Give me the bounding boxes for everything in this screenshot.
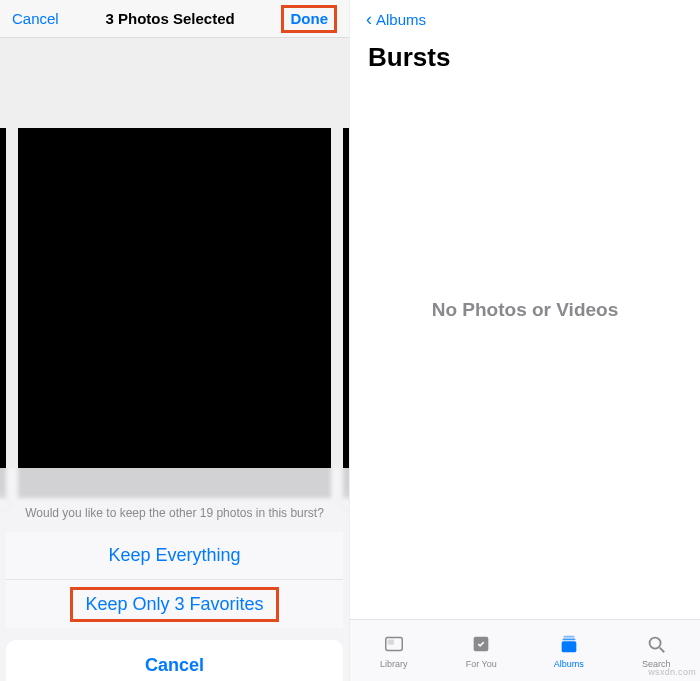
done-button[interactable]: Done — [290, 10, 328, 27]
tab-albums[interactable]: Albums — [525, 620, 613, 681]
svg-line-7 — [660, 647, 665, 652]
tab-for-you-label: For You — [466, 659, 497, 669]
tab-library-label: Library — [380, 659, 408, 669]
done-button-highlight: Done — [281, 5, 337, 33]
burst-photo-next[interactable] — [343, 128, 349, 498]
keep-favorites-label: Keep Only 3 Favorites — [85, 594, 263, 614]
svg-rect-5 — [561, 641, 576, 652]
tab-library[interactable]: Library — [350, 620, 438, 681]
svg-rect-4 — [562, 638, 575, 640]
keep-everything-label: Keep Everything — [108, 545, 240, 566]
cancel-button[interactable]: Cancel — [12, 10, 59, 27]
keep-favorites-highlight: Keep Only 3 Favorites — [70, 587, 278, 622]
photo-viewer: Would you like to keep the other 19 phot… — [0, 38, 349, 681]
search-icon — [644, 633, 668, 657]
svg-rect-1 — [388, 640, 393, 644]
burst-photo-current[interactable] — [18, 128, 331, 498]
empty-state-label: No Photos or Videos — [432, 299, 619, 321]
burst-selection-screen: Cancel 3 Photos Selected Done Would you … — [0, 0, 350, 681]
keep-everything-button[interactable]: Keep Everything — [6, 532, 343, 580]
empty-state: No Photos or Videos — [350, 0, 700, 619]
burst-photo-strip[interactable] — [0, 128, 349, 498]
action-sheet-prompt: Would you like to keep the other 19 phot… — [6, 506, 343, 520]
keep-favorites-button[interactable]: Keep Only 3 Favorites — [6, 580, 343, 628]
for-you-icon — [469, 633, 493, 657]
bursts-album-screen: ‹ Albums Bursts No Photos or Videos Libr… — [350, 0, 700, 681]
watermark: wsxdn.com — [648, 667, 696, 677]
tab-albums-label: Albums — [554, 659, 584, 669]
burst-photo-prev[interactable] — [0, 128, 6, 498]
action-sheet-cancel-label: Cancel — [145, 655, 204, 676]
navbar: Cancel 3 Photos Selected Done — [0, 0, 349, 38]
action-sheet-cancel-button[interactable]: Cancel — [6, 640, 343, 681]
library-icon — [382, 633, 406, 657]
svg-rect-3 — [563, 635, 574, 637]
tab-for-you[interactable]: For You — [438, 620, 526, 681]
svg-point-6 — [650, 637, 661, 648]
albums-icon — [557, 633, 581, 657]
navbar-title: 3 Photos Selected — [105, 10, 234, 27]
